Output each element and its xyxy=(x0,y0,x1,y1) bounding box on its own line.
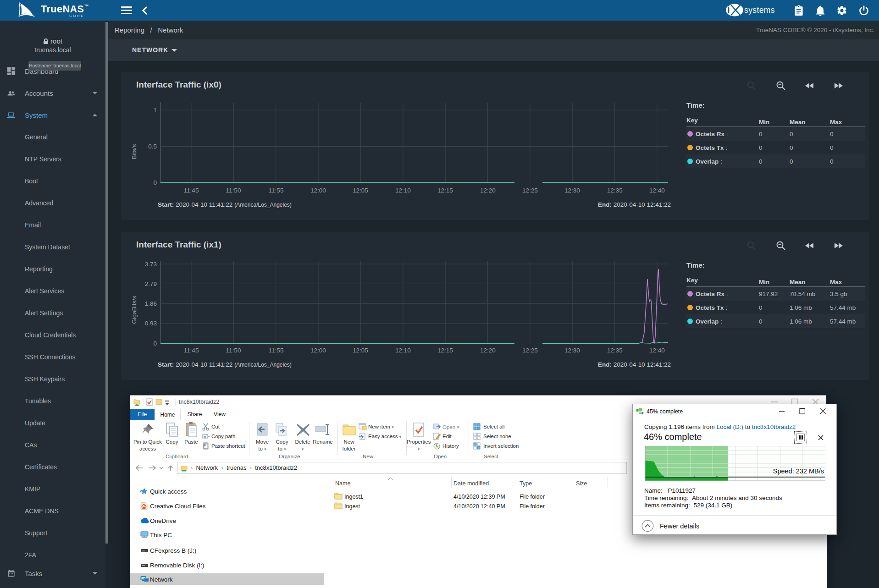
svg-text:systems: systems xyxy=(744,5,775,15)
svg-text:Speed: 232 MB/s: Speed: 232 MB/s xyxy=(773,467,824,475)
svg-text:11:55: 11:55 xyxy=(269,187,284,194)
svg-text:3.73: 3.73 xyxy=(145,261,157,268)
svg-text:12:00: 12:00 xyxy=(310,187,326,194)
svg-text:12:25: 12:25 xyxy=(522,347,538,354)
svg-text:12:15: 12:15 xyxy=(437,347,453,354)
svg-text:0.5: 0.5 xyxy=(148,143,157,150)
svg-text:12:05: 12:05 xyxy=(353,347,368,354)
svg-text:12:20: 12:20 xyxy=(480,347,496,354)
svg-text:0: 0 xyxy=(153,340,157,347)
svg-text:2.79: 2.79 xyxy=(145,280,157,287)
svg-text:11:50: 11:50 xyxy=(226,347,241,354)
svg-text:12:25: 12:25 xyxy=(522,187,538,194)
svg-text:1: 1 xyxy=(153,107,157,114)
svg-text:12:20: 12:20 xyxy=(480,187,496,194)
svg-text:11:50: 11:50 xyxy=(226,187,241,194)
svg-text:12:30: 12:30 xyxy=(564,347,580,354)
svg-text:12:10: 12:10 xyxy=(395,347,411,354)
svg-text:12:40: 12:40 xyxy=(649,187,665,194)
svg-text:W: W xyxy=(204,435,206,438)
svg-text:11:45: 11:45 xyxy=(184,187,199,194)
svg-text:End: 2020-04-10 12:41:22: End: 2020-04-10 12:41:22 xyxy=(598,361,671,368)
svg-text:12:05: 12:05 xyxy=(353,187,368,194)
svg-text:0.93: 0.93 xyxy=(145,320,157,327)
svg-text:12:15: 12:15 xyxy=(437,187,453,194)
svg-text:0: 0 xyxy=(153,179,157,186)
svg-text:1.86: 1.86 xyxy=(145,300,157,307)
svg-text:12:30: 12:30 xyxy=(564,187,580,194)
svg-text:11:45: 11:45 xyxy=(184,347,199,354)
svg-text:12:40: 12:40 xyxy=(649,347,665,354)
svg-text:12:00: 12:00 xyxy=(310,347,326,354)
svg-text:Bits/s: Bits/s xyxy=(131,144,138,159)
svg-text:Start: 2020-04-10 11:41:22 (A: Start: 2020-04-10 11:41:22 (America/Los_… xyxy=(158,361,292,368)
svg-text:12:35: 12:35 xyxy=(607,347,623,354)
svg-text:12:10: 12:10 xyxy=(395,187,411,194)
svg-text:12:35: 12:35 xyxy=(607,187,623,194)
svg-text:End: 2020-04-10 12:41:22: End: 2020-04-10 12:41:22 xyxy=(598,201,671,208)
svg-text:GigaBits/s: GigaBits/s xyxy=(131,296,138,324)
svg-text:Start: 2020-04-10 11:41:22 (A: Start: 2020-04-10 11:41:22 (America/Los_… xyxy=(158,201,292,208)
svg-text:11:55: 11:55 xyxy=(269,347,284,354)
